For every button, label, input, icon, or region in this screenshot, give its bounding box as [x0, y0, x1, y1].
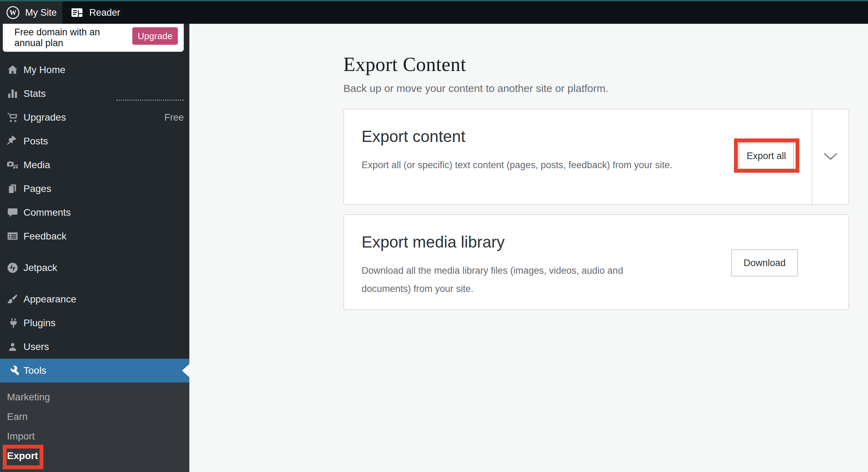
- download-button[interactable]: Download: [731, 249, 798, 277]
- main-content: Export Content Back up or move your cont…: [189, 24, 868, 472]
- upsell-text: Free domain with an annual plan: [14, 27, 107, 49]
- upgrade-button[interactable]: Upgrade: [132, 27, 178, 45]
- expand-export-options[interactable]: [812, 109, 848, 204]
- page-title: Export Content: [343, 53, 466, 76]
- wordpress-logo-icon: W: [6, 6, 20, 20]
- sidebar: Free domain with an annual plan Upgrade …: [0, 24, 189, 472]
- sidebar-item-feedback[interactable]: Feedback: [0, 224, 189, 248]
- export-all-button[interactable]: Export all: [738, 143, 794, 169]
- feedback-form-icon: [6, 230, 19, 243]
- submenu-item-import[interactable]: Import: [0, 427, 189, 446]
- paintbrush-icon: [6, 293, 19, 306]
- pushpin-icon: [6, 135, 19, 148]
- jetpack-icon: [6, 262, 19, 274]
- export-media-card: Export media library Download all the me…: [343, 214, 849, 310]
- plug-icon: [6, 317, 19, 329]
- sidebar-item-stats[interactable]: Stats: [0, 82, 189, 106]
- reader-icon: [70, 6, 84, 20]
- sidebar-item-upgrades[interactable]: Upgrades Free: [0, 106, 189, 129]
- nav-separator: [0, 248, 189, 256]
- wordpress-admin-export-page: W My Site Reader: [0, 0, 868, 472]
- svg-text:W: W: [9, 9, 16, 16]
- sidebar-item-appearance[interactable]: Appearance: [0, 287, 189, 311]
- export-content-description: Export all (or specific) text content (p…: [362, 156, 672, 174]
- upsell-banner: Free domain with an annual plan Upgrade: [3, 24, 184, 52]
- my-site-label: My Site: [25, 7, 57, 18]
- masterbar: W My Site Reader: [0, 0, 868, 24]
- sidebar-item-my-home[interactable]: My Home: [0, 58, 189, 82]
- sidebar-nav: My Home Stats Upgrades Free Posts: [0, 58, 189, 382]
- sidebar-item-media[interactable]: Media: [0, 153, 189, 177]
- export-content-card: Export content Export all (or specific) …: [343, 109, 849, 205]
- upgrades-free-badge: Free: [164, 112, 184, 123]
- submenu-item-marketing[interactable]: Marketing: [0, 387, 189, 407]
- reader-label: Reader: [89, 7, 120, 18]
- pages-icon: [6, 183, 19, 195]
- chevron-down-icon: [822, 151, 839, 163]
- export-media-title: Export media library: [362, 233, 505, 251]
- sidebar-item-pages[interactable]: Pages: [0, 177, 189, 201]
- home-icon: [6, 64, 19, 76]
- stats-icon: [6, 87, 19, 100]
- sidebar-item-plugins[interactable]: Plugins: [0, 311, 189, 335]
- export-media-description: Download all the media library files (im…: [362, 262, 670, 298]
- wrench-icon: [6, 364, 19, 377]
- sidebar-item-jetpack[interactable]: Jetpack: [0, 256, 189, 280]
- camera-icon: [6, 159, 19, 171]
- submenu-item-export[interactable]: Export: [0, 446, 189, 466]
- sidebar-item-posts[interactable]: Posts: [0, 129, 189, 153]
- tools-submenu: Marketing Earn Import Export: [0, 382, 189, 472]
- sidebar-item-users[interactable]: Users: [0, 335, 189, 359]
- my-site-tab[interactable]: W My Site: [0, 1, 62, 24]
- comment-icon: [6, 206, 19, 219]
- sidebar-item-tools[interactable]: Tools: [0, 359, 189, 382]
- page-subtitle: Back up or move your content to another …: [343, 83, 608, 94]
- export-content-title: Export content: [362, 127, 465, 146]
- user-icon: [6, 341, 19, 353]
- nav-separator: [0, 280, 189, 287]
- sidebar-item-comments[interactable]: Comments: [0, 201, 189, 224]
- reader-tab[interactable]: Reader: [62, 1, 120, 24]
- cart-icon: [6, 111, 19, 124]
- submenu-item-earn[interactable]: Earn: [0, 407, 189, 427]
